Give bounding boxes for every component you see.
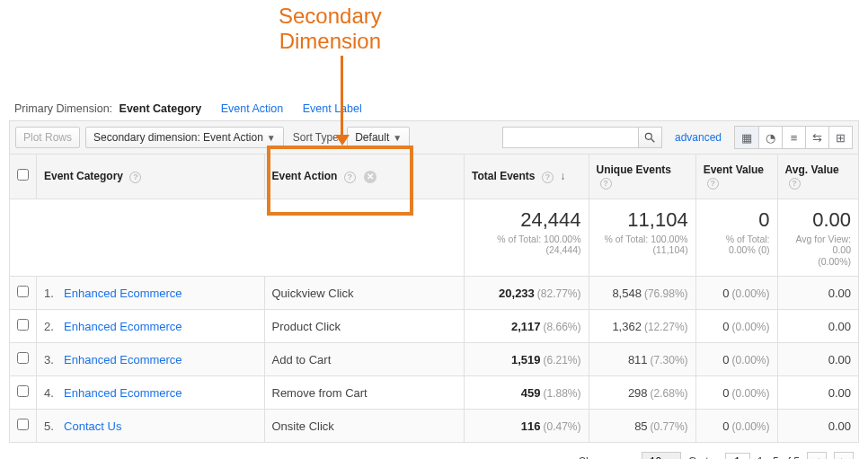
- caret-down-icon: ▼: [267, 133, 276, 143]
- primary-dimension-bar: Primary Dimension: Event Category Event …: [9, 99, 859, 120]
- cell-total-events: 459(1.88%): [465, 376, 589, 410]
- totals-row: 24,444 % of Total: 100.00%(24,444) 11,10…: [10, 199, 859, 277]
- cell-unique-events: 85(0.77%): [589, 410, 695, 443]
- cell-event-action: Remove from Cart: [264, 376, 465, 410]
- cell-avg-value: 0.00: [777, 343, 858, 376]
- plot-rows-button[interactable]: Plot Rows: [15, 127, 80, 148]
- magnifier-icon: [643, 131, 656, 144]
- row-checkbox[interactable]: [17, 352, 29, 364]
- go-to-input[interactable]: [725, 453, 750, 459]
- cell-total-events: 1,519(6.21%): [465, 343, 589, 376]
- cell-event-value: 0(0.00%): [695, 277, 777, 310]
- view-performance-icon[interactable]: ≡: [782, 127, 805, 148]
- go-to-label: Go to:: [688, 455, 718, 459]
- view-pivot-icon[interactable]: ⊞: [828, 127, 852, 148]
- cell-event-category: 2. Enhanced Ecommerce: [37, 310, 265, 343]
- event-category-link[interactable]: Enhanced Ecommerce: [64, 287, 182, 300]
- sort-desc-icon: ↓: [560, 170, 565, 182]
- rows-per-page-select[interactable]: 10: [642, 452, 681, 459]
- event-category-link[interactable]: Enhanced Ecommerce: [64, 386, 182, 400]
- col-total-events[interactable]: Total Events ? ↓: [465, 154, 589, 199]
- event-category-link[interactable]: Enhanced Ecommerce: [64, 353, 182, 366]
- col-event-action[interactable]: Event Action ? ✕: [264, 154, 465, 199]
- cell-avg-value: 0.00: [777, 376, 858, 410]
- row-checkbox[interactable]: [17, 419, 29, 430]
- view-toggle-group: ▦ ◔ ≡ ⇆ ⊞: [734, 126, 853, 149]
- col-unique-events[interactable]: Unique Events ?: [589, 154, 695, 199]
- cell-event-action: Onsite Click: [264, 410, 465, 443]
- page-range: 1 - 5 of 5: [757, 455, 800, 459]
- next-page-button[interactable]: >: [834, 452, 854, 459]
- primary-dimension-active[interactable]: Event Category: [120, 102, 202, 115]
- cell-event-action: Product Click: [264, 310, 465, 343]
- show-rows-label: Show rows:: [579, 455, 634, 459]
- cell-avg-value: 0.00: [777, 410, 858, 443]
- cell-event-category: 1. Enhanced Ecommerce: [37, 277, 265, 310]
- cell-unique-events: 8,548(76.98%): [589, 277, 695, 310]
- pagination-bar: Show rows: 10 Go to: 1 - 5 of 5 < >: [9, 443, 859, 459]
- table-row: 1. Enhanced EcommerceQuickview Click20,2…: [10, 277, 859, 310]
- row-checkbox[interactable]: [17, 286, 29, 297]
- cell-event-category: 4. Enhanced Ecommerce: [37, 376, 265, 410]
- help-icon[interactable]: ?: [344, 172, 356, 183]
- table-row: 4. Enhanced EcommerceRemove from Cart459…: [10, 376, 859, 410]
- select-all-header[interactable]: [10, 154, 37, 199]
- primary-dimension-label: Primary Dimension:: [14, 102, 112, 115]
- primary-dimension-option-event-label[interactable]: Event Label: [303, 102, 362, 115]
- prev-page-button[interactable]: <: [807, 452, 827, 459]
- cell-total-events: 116(0.47%): [465, 410, 589, 443]
- col-event-value[interactable]: Event Value ?: [695, 154, 777, 199]
- sort-type-selector[interactable]: Default ▼: [347, 127, 410, 148]
- cell-unique-events: 811(7.30%): [589, 343, 695, 376]
- totals-total-events: 24,444 % of Total: 100.00%(24,444): [465, 199, 589, 277]
- cell-event-category: 5. Contact Us: [37, 410, 265, 443]
- cell-total-events: 2,117(8.66%): [465, 310, 589, 343]
- annotation-arrow-head: [335, 135, 350, 146]
- help-icon[interactable]: ?: [542, 172, 554, 183]
- secondary-dimension-selector[interactable]: Secondary dimension: Event Action ▼: [85, 127, 284, 148]
- cell-event-action: Quickview Click: [264, 277, 465, 310]
- annotation-label: Secondary Dimension: [279, 4, 382, 53]
- search-input[interactable]: [503, 128, 638, 147]
- event-category-link[interactable]: Enhanced Ecommerce: [64, 320, 182, 333]
- advanced-link[interactable]: advanced: [675, 131, 722, 144]
- help-icon[interactable]: ?: [129, 172, 141, 183]
- table-row: 2. Enhanced EcommerceProduct Click2,117(…: [10, 310, 859, 343]
- view-data-table-icon[interactable]: ▦: [735, 127, 758, 148]
- help-icon[interactable]: ?: [600, 178, 612, 190]
- cell-event-action: Add to Cart: [264, 343, 465, 376]
- select-all-checkbox[interactable]: [17, 169, 29, 181]
- table-search: [502, 127, 662, 148]
- view-percentage-icon[interactable]: ◔: [758, 127, 782, 148]
- totals-avg-value: 0.00 Avg for View: 0.00(0.00%): [777, 199, 858, 277]
- help-icon[interactable]: ?: [707, 178, 719, 190]
- col-avg-value[interactable]: Avg. Value ?: [777, 154, 858, 199]
- col-event-category[interactable]: Event Category ?: [37, 154, 265, 199]
- cell-unique-events: 1,362(12.27%): [589, 310, 695, 343]
- view-comparison-icon[interactable]: ⇆: [805, 127, 828, 148]
- cell-avg-value: 0.00: [777, 277, 858, 310]
- totals-event-value: 0 % of Total:0.00% (0): [695, 199, 777, 277]
- row-checkbox[interactable]: [17, 319, 29, 331]
- annotation-arrow: [341, 56, 343, 138]
- search-button[interactable]: [638, 128, 661, 147]
- event-category-link[interactable]: Contact Us: [64, 419, 121, 433]
- table-toolbar: Plot Rows Secondary dimension: Event Act…: [9, 120, 859, 154]
- cell-event-value: 0(0.00%): [695, 376, 777, 410]
- row-checkbox[interactable]: [17, 385, 29, 397]
- primary-dimension-option-event-action[interactable]: Event Action: [221, 102, 284, 115]
- svg-point-0: [646, 133, 652, 139]
- totals-unique-events: 11,104 % of Total: 100.00%(11,104): [589, 199, 695, 277]
- cell-total-events: 20,233(82.77%): [465, 277, 589, 310]
- remove-secondary-dimension-icon[interactable]: ✕: [364, 171, 376, 183]
- cell-event-category: 3. Enhanced Ecommerce: [37, 343, 265, 376]
- cell-event-value: 0(0.00%): [695, 410, 777, 443]
- table-row: 3. Enhanced EcommerceAdd to Cart1,519(6.…: [10, 343, 859, 376]
- svg-line-1: [651, 139, 655, 143]
- cell-avg-value: 0.00: [777, 310, 858, 343]
- help-icon[interactable]: ?: [789, 178, 801, 190]
- cell-event-value: 0(0.00%): [695, 310, 777, 343]
- caret-down-icon: ▼: [393, 133, 402, 143]
- table-row: 5. Contact UsOnsite Click116(0.47%)85(0.…: [10, 410, 859, 443]
- cell-event-value: 0(0.00%): [695, 343, 777, 376]
